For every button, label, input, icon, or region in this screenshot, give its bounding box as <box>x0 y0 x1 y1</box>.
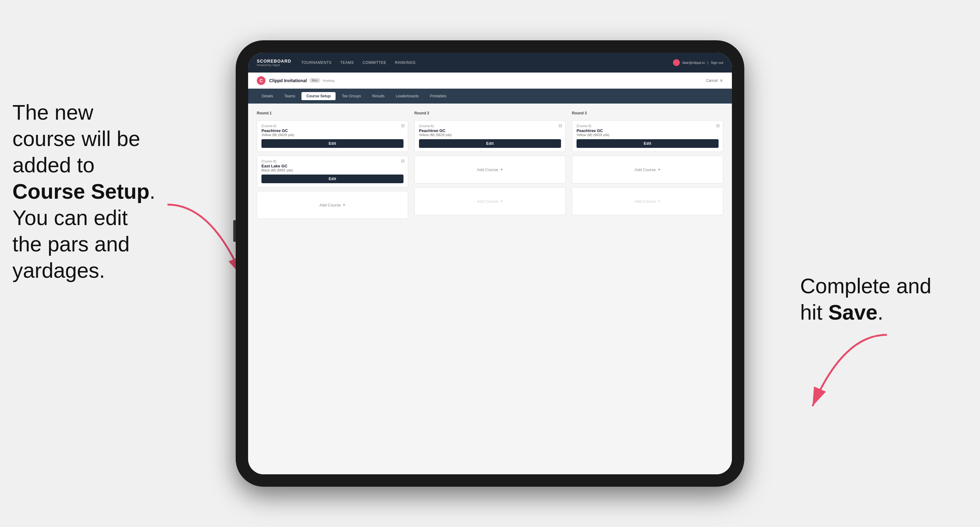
cancel-x[interactable]: ✕ <box>719 78 723 83</box>
round-2-column: Round 2 ⊟ (Course A) Peachtree GC Yellow… <box>414 111 566 219</box>
nav-links: TOURNAMENTS TEAMS COMMITTEE RANKINGS <box>301 60 673 65</box>
cancel-button[interactable]: Cancel <box>706 78 718 83</box>
annotation-save-bold: Save <box>828 300 878 324</box>
logo-powered: Powered by clippd <box>257 63 291 67</box>
round2-course-a-card: ⊟ (Course A) Peachtree GC Yellow (M) (66… <box>414 120 566 152</box>
round3-add-course-disabled-icon: + <box>658 198 660 204</box>
round2-add-course-disabled-label: Add Course <box>477 199 498 204</box>
annotation-line6: the pars and <box>13 232 130 256</box>
tablet-screen: SCOREBOARD Powered by clippd TOURNAMENTS… <box>248 53 732 474</box>
annotation-right: Complete and hit Save. <box>800 273 949 325</box>
round1-course-a-edit[interactable]: Edit <box>261 139 404 148</box>
annotation-right-end: . <box>878 300 883 324</box>
tournament-name: Clippd Invitational <box>269 78 307 83</box>
annotation-line4-bold: Course Setup <box>13 179 150 203</box>
nav-committee[interactable]: COMMITTEE <box>363 60 387 65</box>
tab-bar: Details Teams Course Setup Tee Groups Re… <box>248 89 732 103</box>
nav-teams[interactable]: TEAMS <box>340 60 354 65</box>
round2-course-a-label: (Course A) <box>419 124 561 128</box>
round2-add-course-icon: + <box>500 167 503 172</box>
annotation-line7: yardages. <box>13 259 105 282</box>
round1-course-b-tee: Black (M) (6891 yds) <box>261 168 404 172</box>
round1-course-a-tee: Yellow (M) (6629 yds) <box>261 133 404 137</box>
round2-course-a-edit[interactable]: Edit <box>419 139 561 148</box>
round2-add-course-disabled-icon: + <box>500 198 503 204</box>
logo-scoreboard: SCOREBOARD <box>257 59 291 63</box>
hosting-label: Hosting <box>323 79 334 83</box>
round1-add-course[interactable]: Add Course + <box>257 191 408 219</box>
round-2-header: Round 2 <box>414 111 566 115</box>
nav-tournaments[interactable]: TOURNAMENTS <box>301 60 331 65</box>
user-email: blair@clippd.io <box>682 61 705 65</box>
tab-printables[interactable]: Printables <box>425 92 451 100</box>
round3-add-course[interactable]: Add Course + <box>572 156 723 184</box>
round-1-header: Round 1 <box>257 111 408 115</box>
tablet-side-button <box>233 220 236 242</box>
tab-teams[interactable]: Teams <box>279 92 300 100</box>
avatar <box>673 59 680 66</box>
round3-course-a-card: ⊟ (Course A) Peachtree GC Yellow (M) (66… <box>572 120 723 152</box>
round3-course-a-name: Peachtree GC <box>576 129 719 133</box>
round3-course-a-tee: Yellow (M) (6629 yds) <box>576 133 719 137</box>
round1-course-b-edit[interactable]: Edit <box>261 175 404 183</box>
round2-add-course[interactable]: Add Course + <box>414 156 566 184</box>
round2-course-a-name: Peachtree GC <box>419 129 561 133</box>
round3-course-a-label: (Course A) <box>576 124 719 128</box>
round1-course-a-card: ⊟ (Course A) Peachtree GC Yellow (M) (66… <box>257 120 408 152</box>
round3-add-course-icon: + <box>658 167 660 172</box>
nav-rankings[interactable]: RANKINGS <box>395 60 415 65</box>
round2-add-course-label: Add Course <box>477 167 498 172</box>
round2-course-a-delete[interactable]: ⊟ <box>558 123 562 128</box>
round1-course-b-delete[interactable]: ⊟ <box>401 159 405 163</box>
nav-right: blair@clippd.io | Sign out <box>673 59 723 66</box>
tablet-shell: SCOREBOARD Powered by clippd TOURNAMENTS… <box>236 40 744 487</box>
annotation-period1: . <box>150 179 155 203</box>
annotation-left: The new course will be added to Course S… <box>13 99 192 284</box>
round-3-header: Round 3 <box>572 111 723 115</box>
round1-course-a-name: Peachtree GC <box>261 129 404 133</box>
round3-add-course-label: Add Course <box>635 167 656 172</box>
round1-course-b-label: (Course B) <box>261 160 404 163</box>
round3-add-course-disabled: Add Course + <box>572 187 723 215</box>
round1-course-a-delete[interactable]: ⊟ <box>401 123 405 128</box>
sub-header: C Clippd Invitational Men Hosting Cancel… <box>248 73 732 89</box>
tab-tee-groups[interactable]: Tee Groups <box>337 92 366 100</box>
round1-course-a-label: (Course A) <box>261 124 404 128</box>
round3-add-course-disabled-label: Add Course <box>635 199 656 204</box>
round1-add-course-icon: + <box>343 202 345 208</box>
annotation-line1: The new <box>13 100 93 124</box>
round3-course-a-delete[interactable]: ⊟ <box>716 123 720 128</box>
annotation-right-line2: hit Save. <box>800 300 883 324</box>
tab-leaderboards[interactable]: Leaderboards <box>391 92 424 100</box>
logo-area: SCOREBOARD Powered by clippd <box>257 59 291 67</box>
tournament-badge: Men <box>309 78 320 83</box>
round2-add-course-disabled: Add Course + <box>414 187 566 215</box>
annotation-right-line1: Complete and <box>800 274 931 298</box>
rounds-grid: Round 1 ⊟ (Course A) Peachtree GC Yellow… <box>257 111 723 219</box>
main-content: Round 1 ⊟ (Course A) Peachtree GC Yellow… <box>248 103 732 474</box>
annotation-line3: added to <box>13 153 95 177</box>
sign-out-link[interactable]: Sign out <box>711 61 723 65</box>
arrow-right <box>800 329 905 415</box>
round2-course-a-tee: Yellow (M) (6629 yds) <box>419 133 561 137</box>
round-3-column: Round 3 ⊟ (Course A) Peachtree GC Yellow… <box>572 111 723 219</box>
tab-course-setup[interactable]: Course Setup <box>301 92 336 100</box>
annotation-line5: You can edit <box>13 206 128 229</box>
annotation-line2: course will be <box>13 127 140 150</box>
round3-course-a-edit[interactable]: Edit <box>576 139 719 148</box>
tab-results[interactable]: Results <box>367 92 390 100</box>
top-nav: SCOREBOARD Powered by clippd TOURNAMENTS… <box>248 53 732 73</box>
round-1-column: Round 1 ⊟ (Course A) Peachtree GC Yellow… <box>257 111 408 219</box>
sub-header-logo: C <box>257 76 266 85</box>
tab-details[interactable]: Details <box>257 92 278 100</box>
round1-course-b-card: ⊟ (Course B) East Lake GC Black (M) (689… <box>257 156 408 187</box>
round1-add-course-label: Add Course <box>320 203 341 207</box>
round1-course-b-name: East Lake GC <box>261 163 404 168</box>
nav-separator: | <box>707 61 708 65</box>
